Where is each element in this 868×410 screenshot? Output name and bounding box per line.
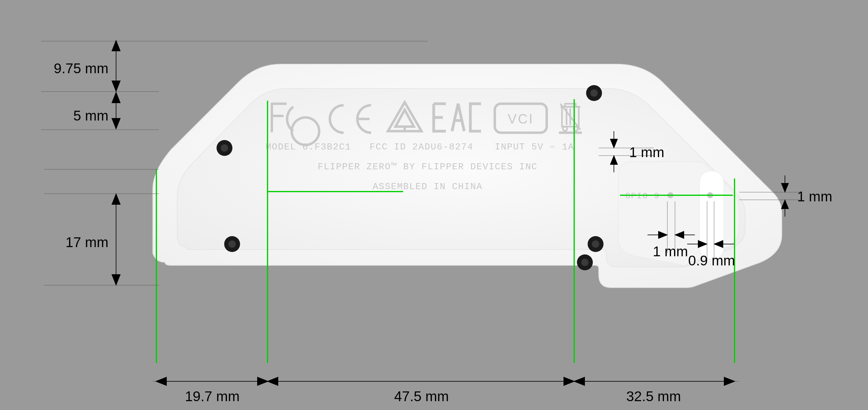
svg-marker-57: [573, 377, 585, 386]
svg-marker-46: [112, 118, 121, 130]
svg-marker-64: [781, 183, 789, 193]
dim-bottom-c: 32.5 mm: [626, 388, 681, 404]
dim-ir-top: 1 mm: [629, 144, 664, 160]
brand-text: FLIPPER ZERO™ BY FLIPPER DEVICES INC: [318, 162, 537, 172]
svg-marker-51: [155, 377, 167, 386]
dim-bottom-a: 19.7 mm: [185, 388, 240, 404]
model-text: MODEL 6.F3B2C1: [266, 142, 351, 152]
dim-top-offset: 9.75 mm: [54, 60, 108, 76]
svg-point-9: [581, 259, 589, 266]
svg-marker-58: [724, 377, 736, 386]
diagram-canvas: VCI MODEL 6.F3B2C1 FCC ID 2ADU6-8274 INP…: [0, 0, 868, 410]
gpio-text: GPIO 9: [625, 191, 660, 201]
dim-left-height: 17 mm: [65, 234, 108, 250]
svg-marker-48: [112, 193, 121, 205]
dim-bottom-b: 47.5 mm: [394, 388, 449, 404]
svg-marker-42: [112, 40, 121, 51]
svg-marker-49: [112, 274, 121, 286]
dim-top-margin: 5 mm: [73, 108, 108, 124]
dim-pin-b: 0.9 mm: [688, 252, 735, 269]
dim-ir-right: 1 mm: [797, 189, 832, 204]
svg-marker-43: [112, 80, 121, 92]
svg-marker-54: [267, 377, 278, 386]
svg-marker-66: [781, 199, 789, 209]
svg-marker-45: [112, 92, 121, 103]
svg-point-7: [592, 240, 599, 248]
svg-point-3: [228, 240, 236, 248]
input-text: INPUT 5V ⎓ 1A: [495, 142, 574, 152]
svg-text:VCI: VCI: [507, 111, 533, 126]
svg-point-5: [590, 90, 598, 97]
svg-point-1: [221, 144, 228, 151]
assembly-text: ASSEMBLED IN CHINA: [373, 181, 483, 192]
dim-pin-a: 1 mm: [653, 243, 688, 259]
fccid-text: FCC ID 2ADU6-8274: [370, 142, 473, 152]
